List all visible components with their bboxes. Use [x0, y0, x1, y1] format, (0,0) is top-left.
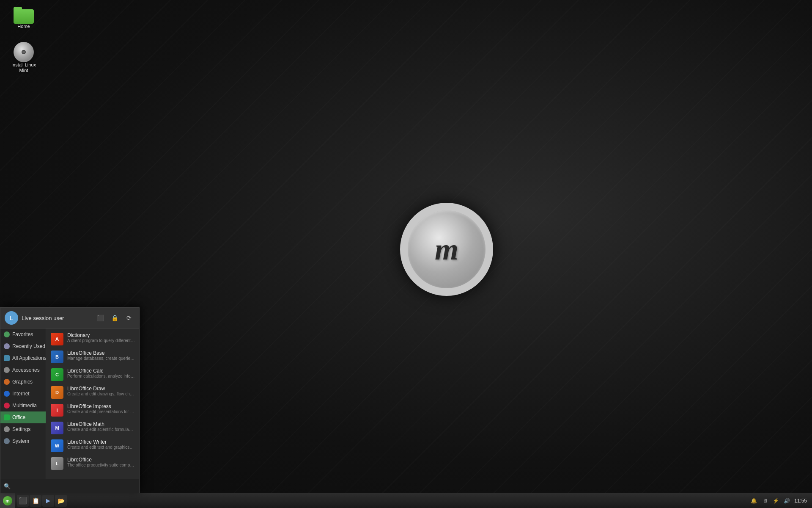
sidebar-item-recently-used[interactable]: Recently Used: [0, 340, 46, 352]
app-item-writer[interactable]: W LibreOffice Writer Create and edit tex…: [46, 437, 139, 455]
app-item-math[interactable]: M LibreOffice Math Create and edit scien…: [46, 419, 139, 437]
lo-desc: The office productivity suite compatible…: [67, 463, 135, 467]
mint-logo-text: m: [435, 234, 458, 265]
start-menu: L Live session user ⬛ 🔒 ⟳: [0, 307, 140, 493]
avatar-letter: L: [10, 315, 13, 321]
taskbar: m ⬛ 📋 ▶ 📂 🔔 🖥 ⚡: [0, 493, 812, 508]
menu-search-bar: 🔍: [0, 479, 139, 493]
install-icon-label: Install LinuxMint: [11, 62, 36, 73]
writer-text: LibreOffice Writer Create and edit text …: [67, 439, 135, 450]
system-label: System: [12, 438, 29, 444]
draw-text: LibreOffice Draw Create and edit drawing…: [67, 386, 135, 396]
desktop-icon-home[interactable]: Home: [7, 5, 41, 31]
app-item-calc[interactable]: C LibreOffice Calc Perform calculations,…: [46, 366, 139, 384]
app-item-dictionary[interactable]: A Dictionary A client program to query d…: [46, 330, 139, 348]
restart-button[interactable]: ⟳: [123, 312, 135, 324]
draw-icon-letter: D: [55, 390, 59, 395]
home-icon-label: Home: [17, 24, 30, 29]
taskbar-app-buttons: ⬛ 📋 ▶ 📂: [15, 493, 69, 508]
taskbar-btn-manager[interactable]: 📋: [30, 495, 41, 507]
impress-icon-container: I: [50, 403, 64, 417]
volume-icon[interactable]: 🔊: [783, 497, 791, 505]
calc-icon: C: [51, 368, 63, 381]
dict-icon: A: [51, 333, 63, 345]
accessories-icon: [4, 367, 10, 373]
power-icon[interactable]: ⚡: [772, 497, 780, 505]
math-desc: Create and edit scientific formulas and …: [67, 427, 135, 432]
impress-name: LibreOffice Impress: [67, 403, 135, 409]
start-button[interactable]: m: [0, 493, 15, 508]
calc-icon-container: C: [50, 368, 64, 381]
base-desc: Manage databases, create queries and r..…: [67, 356, 135, 361]
desktop: m Home Install LinuxMint L Live session …: [0, 0, 812, 508]
graphics-icon: [4, 379, 10, 385]
calc-icon-letter: C: [55, 372, 59, 377]
draw-name: LibreOffice Draw: [67, 386, 135, 392]
app-item-draw[interactable]: D LibreOffice Draw Create and edit drawi…: [46, 384, 139, 401]
lock-button[interactable]: 🔒: [109, 312, 121, 324]
accessories-label: Accessories: [12, 367, 40, 373]
settings-icon: [4, 426, 10, 432]
sidebar-item-accessories[interactable]: Accessories: [0, 364, 46, 376]
math-text: LibreOffice Math Create and edit scienti…: [67, 421, 135, 432]
sidebar-item-office[interactable]: Office: [0, 411, 46, 423]
sidebar-item-multimedia[interactable]: Multimedia: [0, 400, 46, 411]
base-icon-container: B: [50, 350, 64, 364]
impress-text: LibreOffice Impress Create and edit pres…: [67, 403, 135, 414]
internet-label: Internet: [12, 391, 30, 397]
impress-icon: I: [51, 404, 63, 417]
taskbar-right: 🔔 🖥 ⚡ 🔊 11:55: [750, 497, 812, 505]
app-item-libreoffice[interactable]: L LibreOffice The office productivity su…: [46, 455, 139, 472]
writer-icon: W: [51, 439, 63, 452]
writer-icon-container: W: [50, 439, 64, 453]
taskbar-btn-browser[interactable]: 📂: [55, 495, 67, 507]
menu-body: Favorites Recently Used All Applications…: [0, 329, 139, 479]
math-icon: M: [51, 422, 63, 434]
menu-header: L Live session user ⬛ 🔒 ⟳: [0, 308, 139, 329]
header-icons: ⬛ 🔒 ⟳: [94, 312, 135, 324]
multimedia-icon: [4, 403, 10, 409]
taskbar-btn-terminal[interactable]: ▶: [42, 495, 54, 507]
writer-desc: Create and edit text and graphics in let…: [67, 445, 135, 450]
files-btn-icon: ⬛: [19, 497, 27, 505]
office-label: Office: [12, 414, 25, 420]
calc-text: LibreOffice Calc Perform calculations, a…: [67, 368, 135, 378]
taskbar-btn-files[interactable]: ⬛: [17, 495, 29, 507]
app-item-base[interactable]: B LibreOffice Base Manage databases, cre…: [46, 348, 139, 366]
math-icon-letter: M: [55, 425, 59, 431]
restart-icon: ⟳: [126, 315, 132, 321]
search-input[interactable]: [13, 481, 136, 491]
notification-icon[interactable]: 🔔: [750, 497, 758, 505]
lo-text: LibreOffice The office productivity suit…: [67, 457, 135, 467]
internet-icon: [4, 391, 10, 397]
sidebar-item-system[interactable]: System: [0, 435, 46, 447]
browser-btn-icon: 📂: [58, 497, 65, 504]
screen-icon[interactable]: 🖥: [761, 497, 769, 505]
home-folder-icon: [14, 7, 34, 24]
disc-hole: [22, 50, 26, 54]
desktop-icon-install[interactable]: Install LinuxMint: [7, 40, 41, 75]
app-list: A Dictionary A client program to query d…: [46, 329, 139, 479]
sidebar-item-settings[interactable]: Settings: [0, 423, 46, 435]
calc-name: LibreOffice Calc: [67, 368, 135, 374]
draw-icon: D: [51, 386, 63, 399]
draw-desc: Create and edit drawings, flow charts an…: [67, 392, 135, 396]
graphics-label: Graphics: [12, 379, 33, 385]
sidebar-item-graphics[interactable]: Graphics: [0, 376, 46, 388]
dict-text: Dictionary A client program to query dif…: [67, 332, 135, 343]
favorites-icon: [4, 331, 10, 337]
dict-icon-container: A: [50, 332, 64, 346]
sidebar-item-all-applications[interactable]: All Applications: [0, 352, 46, 364]
settings-label: Settings: [12, 426, 30, 432]
sidebar-item-internet[interactable]: Internet: [0, 388, 46, 400]
files-button[interactable]: ⬛: [94, 312, 106, 324]
dict-desc: A client program to query different dict…: [67, 338, 135, 343]
mint-start-logo: m: [3, 496, 12, 505]
user-avatar: L: [5, 311, 18, 325]
lo-icon-letter: L: [56, 461, 59, 466]
dict-icon-letter: A: [55, 336, 59, 342]
clock: 11:55: [794, 498, 807, 504]
disc-icon: [14, 42, 34, 62]
sidebar-item-favorites[interactable]: Favorites: [0, 329, 46, 340]
app-item-impress[interactable]: I LibreOffice Impress Create and edit pr…: [46, 401, 139, 419]
